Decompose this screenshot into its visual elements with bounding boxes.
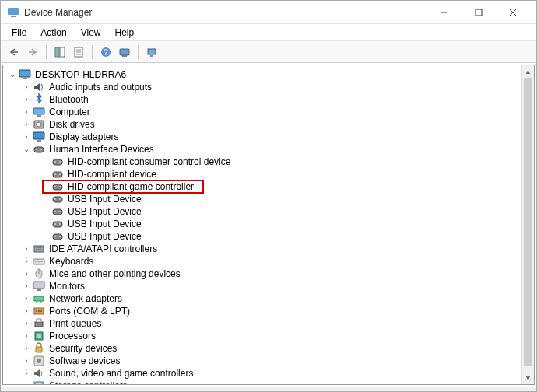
toolbar-separator [138, 45, 139, 59]
menu-help[interactable]: Help [109, 26, 141, 40]
vertical-scrollbar[interactable]: ▲ ▼ [521, 65, 534, 384]
category-keyboard[interactable]: ›Keyboards [6, 255, 534, 268]
nav-back-button[interactable] [5, 44, 23, 61]
help-button[interactable]: ? [97, 44, 114, 61]
category-hid[interactable]: ⌄Human Interface Devices [6, 143, 534, 156]
category-computer[interactable]: ›Computer [6, 106, 534, 118]
expand-icon[interactable]: › [22, 269, 31, 278]
scan-hardware-button[interactable] [116, 44, 133, 61]
category-display[interactable]: ›Display adapters [6, 131, 534, 143]
category-audio[interactable]: ›Audio inputs and outputs [6, 81, 534, 93]
expand-icon[interactable]: › [22, 82, 31, 92]
device-item[interactable]: USB Input Device [6, 205, 534, 218]
category-disk[interactable]: ›Disk drives [6, 118, 534, 131]
svg-rect-27 [37, 140, 41, 142]
svg-rect-22 [33, 108, 44, 114]
keyboard-icon [33, 255, 45, 268]
tree-item-label: Security devices [48, 342, 118, 355]
svg-rect-59 [33, 282, 44, 289]
expand-icon[interactable]: › [22, 344, 31, 353]
svg-point-25 [37, 122, 41, 127]
svg-point-32 [54, 161, 56, 163]
svg-point-35 [54, 173, 56, 175]
toolbar: ? [1, 41, 536, 63]
tree-item-label: Bluetooth [48, 93, 90, 106]
expand-icon[interactable]: › [22, 306, 31, 316]
svg-rect-1 [11, 16, 16, 17]
scroll-thumb[interactable] [524, 78, 532, 366]
svg-point-65 [36, 310, 37, 312]
expand-icon[interactable]: › [22, 369, 31, 378]
minimize-button[interactable] [427, 1, 462, 24]
category-software[interactable]: ›Software devices [6, 355, 534, 367]
category-ports[interactable]: ›Ports (COM & LPT) [6, 305, 534, 317]
status-bar [1, 387, 536, 392]
device-item[interactable]: HID-compliant device [6, 168, 534, 180]
ports-icon [33, 305, 45, 317]
device-item[interactable]: USB Input Device [6, 218, 534, 230]
show-hide-tree-button[interactable] [51, 44, 68, 61]
scroll-up-button[interactable]: ▲ [522, 65, 534, 78]
device-tree[interactable]: ⌄DESKTOP-HLDRRA6›Audio inputs and output… [3, 65, 534, 384]
menu-file[interactable]: File [5, 26, 33, 40]
category-mouse[interactable]: ›Mice and other pointing devices [6, 268, 534, 280]
tree-item-label: Ports (COM & LPT) [48, 305, 131, 317]
collapse-icon[interactable]: ⌄ [8, 70, 17, 79]
expand-icon[interactable]: › [22, 356, 31, 366]
tree-item-label: HID-compliant game controller [67, 180, 195, 193]
hid-icon [51, 180, 64, 193]
tree-item-label: USB Input Device [67, 230, 142, 243]
properties-button[interactable] [70, 44, 87, 61]
expand-icon[interactable]: › [22, 294, 31, 303]
nav-forward-button[interactable] [24, 44, 41, 61]
category-print[interactable]: ›Print queues [6, 317, 534, 330]
collapse-icon[interactable]: ⌄ [22, 145, 31, 154]
menu-view[interactable]: View [75, 26, 107, 40]
expand-icon[interactable]: › [22, 381, 31, 384]
close-button[interactable] [496, 1, 530, 24]
toolbar-separator [92, 45, 93, 59]
tree-item-label: Monitors [48, 280, 86, 292]
category-monitor[interactable]: ›Monitors [6, 280, 534, 292]
device-item[interactable]: HID-compliant game controller [6, 180, 534, 193]
device-item[interactable]: USB Input Device [6, 193, 534, 205]
hid-icon [51, 205, 64, 218]
expand-icon[interactable]: › [22, 132, 31, 142]
category-bluetooth[interactable]: ›Bluetooth [6, 93, 534, 106]
svg-rect-69 [37, 319, 41, 322]
pc-icon [19, 68, 31, 81]
maximize-button[interactable] [462, 1, 496, 24]
tree-root[interactable]: ⌄DESKTOP-HLDRRA6 [6, 68, 534, 81]
expand-icon[interactable]: › [22, 95, 31, 104]
category-processor[interactable]: ›Processors [6, 330, 534, 342]
monitor-icon [33, 280, 45, 292]
tree-item-label: IDE ATA/ATAPI controllers [48, 243, 158, 255]
expand-icon[interactable]: › [22, 107, 31, 117]
menu-action[interactable]: Action [34, 26, 72, 40]
hid-icon [51, 193, 64, 205]
sound-icon [33, 367, 45, 380]
category-ide[interactable]: ›IDE ATA/ATAPI controllers [6, 243, 534, 255]
expand-icon[interactable]: › [22, 244, 31, 254]
svg-rect-34 [53, 172, 62, 177]
devices-button[interactable] [143, 44, 160, 61]
device-item[interactable]: USB Input Device [6, 230, 534, 243]
expand-icon[interactable]: › [22, 120, 31, 129]
svg-point-47 [54, 223, 56, 225]
device-item[interactable]: HID-compliant consumer control device [6, 156, 534, 168]
window-title: Device Manager [24, 7, 92, 18]
svg-rect-43 [53, 209, 62, 215]
category-sound[interactable]: ›Sound, video and game controllers [6, 367, 534, 380]
expand-icon[interactable]: › [22, 257, 31, 266]
expand-icon[interactable]: › [22, 319, 31, 328]
expand-icon[interactable]: › [22, 331, 31, 341]
scroll-down-button[interactable]: ▼ [522, 372, 534, 384]
category-network[interactable]: ›Network adapters [6, 292, 534, 305]
category-storage[interactable]: ›Storage controllers [6, 380, 534, 384]
hid-icon [51, 156, 64, 168]
tree-item-label: Mice and other pointing devices [48, 268, 181, 280]
svg-text:?: ? [104, 48, 108, 57]
tree-item-label: Disk drives [48, 118, 96, 131]
expand-icon[interactable]: › [22, 282, 31, 291]
category-security[interactable]: ›Security devices [6, 342, 534, 355]
